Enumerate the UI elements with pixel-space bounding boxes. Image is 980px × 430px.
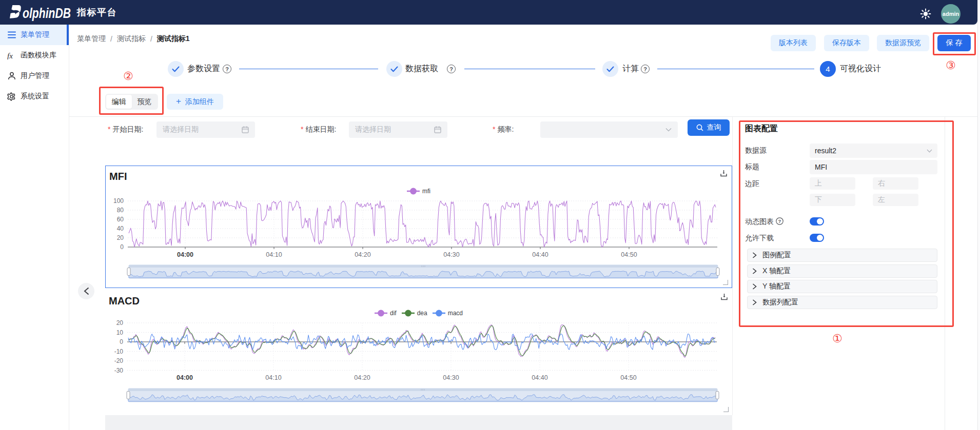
end-date-label: 结束日期: — [301, 125, 336, 134]
step-2-label: 数据获取 — [405, 64, 438, 74]
config-panel-right-border — [945, 116, 945, 430]
sidebar-item-menu-management[interactable]: 菜单管理 — [0, 25, 69, 45]
macd-chart-plot[interactable]: 20100-10-20-3004:0004:1004:2004:3004:400… — [105, 289, 731, 414]
step-4-label: 可视化设计 — [840, 64, 881, 74]
x-axis-config-collapse[interactable]: X 轴配置 — [747, 264, 937, 278]
svg-text:04:10: 04:10 — [266, 251, 282, 258]
annotation-badge-2: ② — [123, 71, 133, 82]
breadcrumb-separator: / — [110, 35, 112, 43]
dynamic-chart-toggle[interactable] — [810, 217, 824, 226]
datazoom-handle[interactable] — [716, 268, 719, 276]
plus-icon: + — [176, 97, 181, 106]
svg-text:0: 0 — [120, 338, 123, 345]
datasource-select[interactable]: result2 — [810, 144, 937, 158]
mfi-chart-plot[interactable]: 10080604020004:0004:1004:2004:3004:4004:… — [106, 166, 732, 288]
canvas-background — [105, 415, 732, 430]
breadcrumb-item[interactable]: 测试指标 — [117, 34, 146, 44]
allow-download-label: 允许下载 — [745, 234, 774, 243]
mode-edit-option[interactable]: 编辑 — [106, 95, 132, 109]
svg-text:fx: fx — [7, 52, 13, 59]
datasource-value: result2 — [815, 147, 927, 155]
svg-text:04:20: 04:20 — [354, 374, 370, 381]
datazoom-handle[interactable] — [127, 392, 130, 399]
save-version-button[interactable]: 保存版本 — [824, 35, 869, 51]
sidebar-item-label: 函数模块库 — [21, 51, 56, 60]
query-button[interactable]: 查询 — [688, 119, 730, 136]
step-2-help-icon[interactable]: ? — [447, 65, 456, 73]
allow-download-toggle[interactable] — [810, 234, 824, 242]
svg-text:04:00: 04:00 — [177, 251, 193, 258]
chevron-right-icon — [752, 252, 757, 258]
collapse-sidebar-button[interactable] — [78, 283, 94, 299]
dolphindb-logo[interactable]: olphinDB — [9, 4, 73, 21]
config-panel-title: 图表配置 — [745, 124, 778, 134]
question-circle-icon[interactable]: ? — [776, 217, 783, 225]
end-date-input[interactable]: 请选择日期 — [349, 121, 447, 138]
datasource-preview-button[interactable]: 数据源预览 — [877, 35, 929, 51]
step-3-label: 计算 — [622, 64, 639, 74]
step-2-status-icon — [386, 61, 402, 77]
chevron-left-icon — [84, 287, 89, 295]
svg-text:60: 60 — [117, 216, 124, 223]
step-1-label: 参数设置 — [187, 64, 220, 74]
sidebar-item-function-module-library[interactable]: fx 函数模块库 — [0, 45, 69, 66]
chevron-down-icon — [665, 128, 672, 132]
legend-config-collapse[interactable]: 图例配置 — [747, 249, 937, 262]
chevron-right-icon — [752, 283, 757, 290]
margin-left-input[interactable]: 左 — [873, 194, 918, 206]
margin-right-input[interactable]: 右 — [873, 177, 918, 190]
version-list-button[interactable]: 版本列表 — [771, 35, 816, 51]
svg-text:10: 10 — [116, 329, 124, 336]
svg-text:04:50: 04:50 — [620, 374, 636, 381]
frequency-select[interactable] — [540, 121, 678, 138]
add-component-button[interactable]: + 添加组件 — [167, 94, 223, 110]
chart-title-label: 标题 — [745, 162, 759, 172]
sun-icon — [920, 8, 931, 19]
theme-toggle-button[interactable] — [918, 7, 933, 21]
step-connector — [464, 69, 595, 69]
sidebar-item-system-settings[interactable]: 系统设置 — [0, 86, 69, 107]
svg-text:100: 100 — [113, 197, 124, 204]
breadcrumb-separator: / — [150, 35, 152, 43]
top-navbar: olphinDB 指标平台 admin — [0, 0, 977, 25]
sidebar-item-user-management[interactable]: 用户管理 — [0, 66, 69, 86]
chart-title-input[interactable]: MFI — [810, 160, 937, 174]
mfi-chart-card[interactable]: MFI mfi 10080604020004:0004:1004:2004:30… — [105, 166, 732, 288]
dynamic-chart-label: 动态图表 ? — [745, 217, 783, 227]
start-date-label: 开始日期: — [108, 125, 143, 134]
datazoom-handle[interactable] — [127, 268, 130, 276]
resize-handle[interactable] — [723, 280, 728, 285]
start-date-placeholder: 请选择日期 — [163, 125, 242, 134]
svg-text:0: 0 — [120, 243, 124, 251]
annotation-badge-3: ③ — [946, 60, 956, 71]
svg-text:04:40: 04:40 — [532, 251, 548, 258]
content-top-divider — [69, 116, 980, 117]
datazoom-handle[interactable] — [716, 392, 719, 399]
user-avatar[interactable]: admin — [941, 4, 961, 24]
app-title: 指标平台 — [77, 6, 117, 18]
macd-chart-card[interactable]: MACD difdeamacd 20100-10-20-3004:0004:10… — [105, 289, 732, 415]
sidebar-item-label: 菜单管理 — [21, 30, 49, 39]
start-date-input[interactable]: 请选择日期 — [156, 121, 255, 138]
resize-handle[interactable] — [723, 407, 729, 412]
series-config-collapse[interactable]: 数据列配置 — [747, 296, 937, 309]
step-3-help-icon[interactable]: ? — [641, 65, 650, 73]
search-icon — [696, 124, 703, 131]
datasource-label: 数据源 — [745, 146, 767, 155]
fx-icon: fx — [7, 51, 16, 60]
add-component-label: 添加组件 — [185, 97, 214, 107]
mode-preview-option[interactable]: 预览 — [132, 95, 158, 109]
save-button[interactable]: 保 存 — [937, 35, 971, 51]
y-axis-config-collapse[interactable]: Y 轴配置 — [747, 280, 937, 293]
margin-top-input[interactable]: 上 — [810, 177, 855, 190]
svg-text:04:00: 04:00 — [177, 374, 193, 381]
breadcrumb-item[interactable]: 菜单管理 — [77, 34, 106, 44]
step-1-help-icon[interactable]: ? — [223, 65, 231, 73]
step-connector — [657, 69, 814, 69]
step-connector — [239, 69, 378, 69]
check-icon — [390, 66, 398, 72]
mode-segmented-control: 编辑 预览 — [105, 94, 158, 110]
calendar-icon — [242, 126, 249, 133]
margin-bottom-input[interactable]: 下 — [810, 194, 855, 206]
margin-bottom-placeholder: 下 — [815, 195, 850, 204]
